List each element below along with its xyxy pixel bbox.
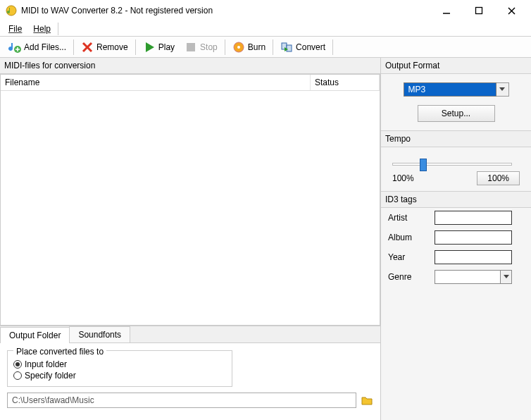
tab-soundfonts[interactable]: Soundfonts: [69, 326, 130, 342]
files-section-header: MIDI-files for conversion: [0, 58, 380, 74]
chevron-down-icon[interactable]: [496, 82, 509, 97]
radio-specify-folder[interactable]: Specify folder: [13, 371, 226, 381]
radio-input-label: Input folder: [25, 359, 67, 369]
format-combobox[interactable]: MP3: [404, 82, 509, 97]
id3-header: ID3 tags: [381, 191, 531, 208]
place-files-fieldset: Place converted files to Input folder Sp…: [7, 350, 232, 387]
burn-icon: [232, 41, 245, 54]
tempo-slider[interactable]: [392, 163, 512, 166]
stop-button[interactable]: Stop: [180, 39, 222, 55]
menu-file[interactable]: File: [3, 23, 27, 35]
close-button[interactable]: [501, 4, 521, 18]
toolbar-separator: [225, 39, 225, 55]
svg-point-10: [237, 46, 240, 49]
output-path-input[interactable]: [7, 393, 356, 408]
artist-label: Artist: [388, 213, 427, 223]
setup-button[interactable]: Setup...: [418, 105, 495, 122]
genre-value: [435, 270, 501, 284]
chevron-down-icon[interactable]: [501, 270, 512, 284]
output-format-header: Output Format: [381, 58, 531, 74]
convert-label: Convert: [296, 42, 325, 52]
toolbar: Add Files... Remove Play Stop Burn Conve…: [0, 37, 531, 58]
convert-button[interactable]: Convert: [276, 39, 330, 55]
menu-help[interactable]: Help: [27, 23, 56, 35]
format-value: MP3: [404, 82, 496, 97]
files-grid[interactable]: Filename Status: [0, 74, 380, 326]
svg-rect-12: [287, 45, 292, 51]
add-files-button[interactable]: Add Files...: [4, 39, 70, 55]
burn-label: Burn: [248, 42, 266, 52]
place-files-legend: Place converted files to: [13, 347, 106, 357]
svg-rect-8: [187, 43, 195, 51]
tempo-header: Tempo: [381, 130, 531, 147]
year-label: Year: [388, 252, 427, 262]
play-label: Play: [158, 42, 175, 52]
svg-point-0: [6, 6, 16, 16]
stop-label: Stop: [200, 42, 218, 52]
radio-input-folder[interactable]: Input folder: [13, 359, 226, 369]
radio-specify-label: Specify folder: [25, 371, 76, 381]
radio-icon: [13, 360, 22, 369]
remove-button[interactable]: Remove: [77, 39, 132, 55]
album-input[interactable]: [435, 230, 512, 245]
toolbar-separator: [332, 39, 333, 55]
remove-label: Remove: [96, 42, 128, 52]
menu-separator: [58, 23, 58, 35]
folder-icon: [361, 394, 373, 407]
genre-combobox[interactable]: [435, 270, 512, 284]
window-title: MIDI to WAV Converter 8.2 - Not register…: [21, 6, 437, 16]
output-folder-panel: Place converted files to Input folder Sp…: [0, 342, 380, 420]
radio-icon: [13, 371, 22, 380]
window-controls: [437, 4, 521, 18]
genre-label: Genre: [388, 272, 427, 282]
slider-thumb[interactable]: [420, 159, 427, 171]
app-icon: [6, 5, 17, 16]
stop-icon: [185, 41, 197, 54]
add-icon: [8, 41, 21, 54]
col-status[interactable]: Status: [311, 75, 380, 90]
tempo-min-label: 100%: [392, 173, 414, 183]
album-label: Album: [388, 233, 427, 242]
year-input[interactable]: [435, 250, 512, 264]
toolbar-separator: [73, 39, 74, 55]
toolbar-separator: [135, 39, 136, 55]
artist-input[interactable]: [435, 211, 512, 225]
bottom-tabs: Output Folder Soundfonts: [0, 326, 380, 342]
toolbar-separator: [273, 39, 273, 55]
titlebar: MIDI to WAV Converter 8.2 - Not register…: [0, 0, 531, 21]
remove-icon: [81, 41, 94, 54]
minimize-button[interactable]: [437, 4, 456, 18]
burn-button[interactable]: Burn: [228, 39, 270, 55]
browse-folder-button[interactable]: [361, 394, 373, 407]
files-grid-body[interactable]: [1, 91, 380, 325]
play-icon: [143, 41, 156, 54]
svg-rect-2: [476, 8, 482, 14]
tempo-reset-button[interactable]: 100%: [477, 171, 520, 185]
tab-output-folder[interactable]: Output Folder: [0, 327, 70, 343]
add-files-label: Add Files...: [24, 42, 66, 52]
convert-icon: [280, 41, 293, 54]
menubar: File Help: [0, 21, 531, 37]
maximize-button[interactable]: [469, 4, 489, 18]
col-filename[interactable]: Filename: [1, 75, 311, 90]
play-button[interactable]: Play: [139, 39, 179, 55]
